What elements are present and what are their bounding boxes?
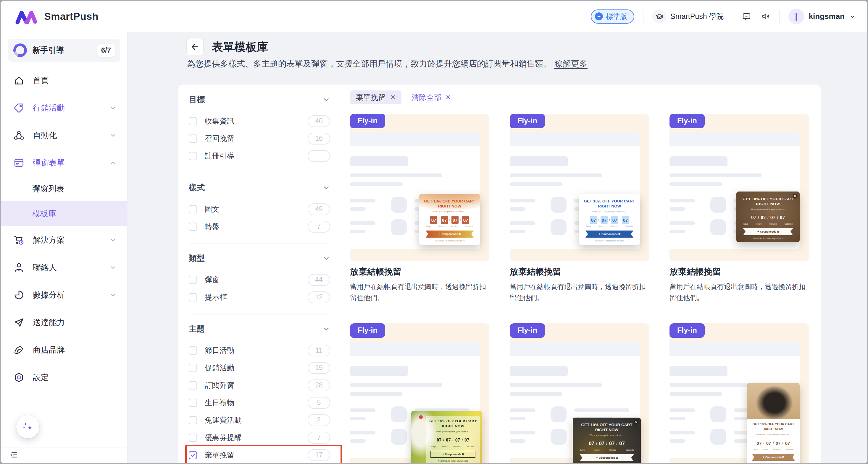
filter-option-label: 提示框	[205, 292, 227, 302]
template-title: 放棄結帳挽留	[510, 266, 649, 278]
filter-option[interactable]: 優惠券提醒 7	[189, 429, 330, 446]
filter-count-badge: 5	[308, 397, 330, 409]
filter-option[interactable]: 召回挽留 16	[189, 130, 330, 147]
filter-option-label: 圖文	[205, 204, 219, 214]
filter-count-badge: 7	[308, 432, 330, 443]
filter-option[interactable]: 訂閱彈窗 28	[189, 376, 330, 394]
sidebar-item-deliverability[interactable]: 送達能力	[1, 308, 127, 336]
sidebar-item-home[interactable]: 首頁	[1, 66, 127, 94]
filter-checkbox[interactable]	[189, 399, 197, 407]
filter-checkbox[interactable]	[189, 223, 197, 231]
username: kingsman	[809, 12, 845, 21]
decline-link: No thanks, I'd rather pay full price	[582, 240, 637, 242]
template-card[interactable]: Fly-in GET 10% OFF YOUR CART RIGHT NOW W…	[510, 114, 649, 303]
coupon-button: ✦ Couponcode ⧉	[430, 451, 475, 458]
sidebar-item-solutions[interactable]: 解決方案	[1, 226, 127, 254]
chip-label: 棄單挽留	[356, 93, 385, 102]
countdown-digit: 07	[611, 216, 618, 224]
template-preview: Fly-in GET 10% OFF YOUR CART RIGHT NOW W…	[670, 323, 809, 464]
sidebar-item-settings[interactable]: 設定	[1, 364, 127, 391]
sidebar-item-contacts[interactable]: 聯絡人	[1, 254, 127, 281]
clear-all-filters[interactable]: 清除全部 ✕	[411, 93, 451, 102]
avatar: |	[788, 8, 804, 24]
sidebar-item-automation[interactable]: 自動化	[1, 122, 127, 149]
filter-option[interactable]: 收集資訊 40	[189, 112, 330, 130]
back-button[interactable]	[186, 38, 204, 55]
template-card[interactable]: Fly-in GET 10% OFF YOUR CART RIGHT NOW W…	[350, 323, 489, 464]
onboarding-card[interactable]: 新手引導 6/7	[8, 39, 120, 62]
popup-headline: GET 10% OFF YOUR CART RIGHT NOW	[739, 196, 797, 206]
filter-option-label: 免運費活動	[205, 415, 242, 425]
filter-option[interactable]: 促銷活動 15	[189, 359, 330, 376]
flyin-badge: Fly-in	[350, 114, 385, 128]
sidebar-item-popup-forms[interactable]: 彈窗表單	[1, 149, 127, 176]
sidebar-item-store-brand[interactable]: 商店品牌	[1, 336, 127, 364]
progress-ring-icon	[13, 43, 27, 57]
coupon-button: ✦ Couponcode ⧉	[586, 231, 633, 238]
template-card[interactable]: Fly-in ✕ GET 10% OFF YOUR CART RIGHT NOW…	[510, 323, 649, 464]
chevron-down-icon	[322, 184, 330, 192]
countdown-digit: 07	[775, 439, 781, 447]
sidebar-subitem-template-library[interactable]: 模板庫	[1, 201, 127, 226]
announcements-speaker-icon[interactable]	[761, 12, 770, 21]
coupon-button: ✦ Couponcode ⧉	[743, 228, 793, 235]
chip-remove-icon[interactable]: ✕	[390, 94, 396, 101]
filter-section-header[interactable]: 目標	[189, 93, 330, 106]
onboarding-label: 新手引導	[32, 45, 97, 56]
filter-option[interactable]: 註冊引導	[189, 147, 330, 165]
learn-more-link[interactable]: 瞭解更多	[554, 59, 588, 68]
filter-checkbox[interactable]	[189, 293, 197, 301]
brand[interactable]: SmartPush	[15, 8, 98, 25]
filter-section-header[interactable]: 類型	[189, 252, 330, 265]
template-card[interactable]: Fly-in GET 10% OFF YOUR CART RIGHT NOW W…	[670, 323, 809, 464]
filter-option[interactable]: 提示框 12	[189, 289, 330, 306]
filter-option[interactable]: 節日活動 11	[189, 342, 330, 359]
active-filters-bar: 棄單挽留 ✕ 清除全部 ✕	[350, 91, 451, 104]
active-filter-chip[interactable]: 棄單挽留 ✕	[350, 91, 401, 104]
plan-badge[interactable]: ✦ 標準版	[591, 9, 634, 24]
filter-section-header[interactable]: 樣式	[189, 181, 330, 194]
template-description: 當用戶在結帳頁有退出意圖時，透過挽留折扣留住他們。	[670, 281, 809, 303]
filter-checkbox[interactable]	[189, 346, 197, 355]
filter-section-header[interactable]: 主題	[189, 323, 330, 335]
flyin-badge: Fly-in	[670, 114, 705, 128]
countdown-digit: 07	[619, 439, 625, 448]
filter-checkbox[interactable]	[189, 434, 197, 442]
filter-checkbox[interactable]	[189, 381, 197, 390]
filter-section: 目標 收集資訊 40 召回挽留 16 註冊引導	[189, 93, 330, 173]
ai-assistant-button[interactable]	[16, 415, 39, 438]
template-card[interactable]: Fly-in ✕ GET 10% OFF YOUR CART RIGHT NOW…	[670, 114, 809, 303]
filter-checkbox[interactable]	[189, 451, 197, 459]
sidebar-subitem-popup-list[interactable]: 彈窗列表	[1, 176, 127, 201]
filter-checkbox[interactable]	[189, 117, 197, 125]
countdown-digit: 07	[455, 436, 461, 444]
academy-link[interactable]: SmartPush 學院	[652, 9, 724, 23]
filter-option-label: 棄單挽留	[205, 450, 234, 460]
user-menu[interactable]: | kingsman	[788, 8, 856, 24]
filter-checkbox[interactable]	[189, 276, 197, 284]
collapse-sidebar-icon[interactable]	[9, 451, 18, 460]
filter-checkbox[interactable]	[189, 364, 197, 372]
filter-option[interactable]: 免運費活動 2	[189, 411, 330, 429]
countdown-digit: 07	[770, 213, 776, 222]
filter-option[interactable]: 棄單挽留 17	[189, 446, 330, 464]
filter-option[interactable]: 生日禮物 5	[189, 394, 330, 411]
filter-checkbox[interactable]	[189, 416, 197, 424]
feedback-chat-icon[interactable]	[742, 12, 751, 21]
sidebar-item-campaigns[interactable]: 行銷活動	[1, 94, 127, 122]
sparkles-icon	[21, 420, 35, 434]
popup-preview: ✕ GET 10% OFF YOUR CART RIGHT NOW When y…	[736, 192, 800, 242]
template-cards-grid: Fly-in GET 10% OFF YOUR CART RIGHT NOW W…	[350, 114, 809, 464]
sidebar-item-analytics[interactable]: 數據分析	[1, 281, 127, 308]
chevron-down-icon	[110, 104, 117, 111]
filter-option[interactable]: 轉盤 7	[189, 218, 330, 235]
filter-option[interactable]: 圖文 49	[189, 200, 330, 218]
flyin-badge: Fly-in	[350, 323, 385, 338]
filter-checkbox[interactable]	[189, 134, 197, 143]
popup-preview: ✕ GET 10% OFF YOUR CART RIGHT NOW When y…	[573, 418, 641, 464]
filter-checkbox[interactable]	[189, 152, 197, 160]
template-card[interactable]: Fly-in GET 10% OFF YOUR CART RIGHT NOW W…	[350, 114, 489, 303]
filter-option[interactable]: 彈窗 44	[189, 271, 330, 289]
filter-checkbox[interactable]	[189, 205, 197, 213]
template-description: 當用戶在結帳頁有退出意圖時，透過挽留折扣留住他們。	[350, 281, 489, 303]
